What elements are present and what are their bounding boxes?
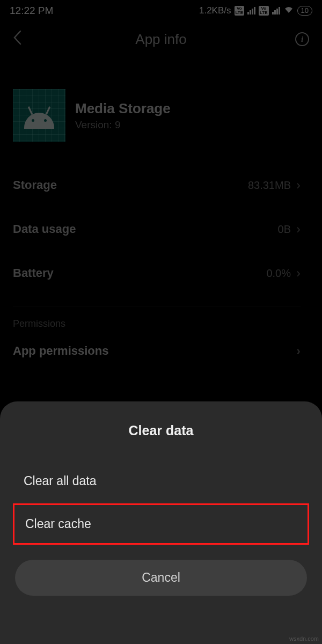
app-name: Media Storage <box>75 100 171 117</box>
chevron-right-icon: › <box>296 343 301 358</box>
status-bar: 12:22 PM 1.2KB/s VoLTE VoLTE 10 <box>0 0 322 21</box>
row-data-usage[interactable]: Data usage 0B › <box>13 207 301 251</box>
wifi-icon <box>283 5 294 17</box>
signal-icon-1 <box>247 7 255 14</box>
row-value: 0B <box>278 223 291 236</box>
page-header: App info i <box>0 21 322 57</box>
status-right: 1.2KB/s VoLTE VoLTE 10 <box>199 5 312 17</box>
app-version: Version: 9 <box>75 119 171 131</box>
dimmed-background: 12:22 PM 1.2KB/s VoLTE VoLTE 10 App info… <box>0 0 322 358</box>
info-icon[interactable]: i <box>295 32 309 46</box>
chevron-right-icon: › <box>296 222 301 237</box>
row-value: 83.31MB <box>248 179 291 192</box>
signal-icon-2 <box>272 7 280 14</box>
sheet-title: Clear data <box>15 423 307 438</box>
row-battery[interactable]: Battery 0.0% › <box>13 251 301 295</box>
app-icon <box>13 89 65 142</box>
row-label: Battery <box>13 266 54 280</box>
app-header: Media Storage Version: 9 <box>13 57 301 163</box>
divider <box>13 306 301 306</box>
volte-icon-2: VoLTE <box>259 6 269 16</box>
row-label: Storage <box>13 178 57 192</box>
clear-cache-option[interactable]: Clear cache <box>13 503 309 545</box>
status-time: 12:22 PM <box>10 5 53 17</box>
row-label: Data usage <box>13 222 76 236</box>
android-icon <box>24 113 54 129</box>
cancel-button[interactable]: Cancel <box>15 560 307 596</box>
row-app-permissions[interactable]: App permissions › <box>13 343 301 358</box>
chevron-right-icon: › <box>296 178 301 193</box>
section-permissions: Permissions <box>13 318 301 330</box>
back-button[interactable] <box>13 30 21 49</box>
app-meta: Media Storage Version: 9 <box>75 100 171 131</box>
chevron-right-icon: › <box>296 266 301 281</box>
net-speed: 1.2KB/s <box>199 5 231 16</box>
row-label: App permissions <box>13 344 108 358</box>
battery-icon: 10 <box>297 6 312 16</box>
content: Media Storage Version: 9 Storage 83.31MB… <box>0 57 322 358</box>
row-storage[interactable]: Storage 83.31MB › <box>13 163 301 207</box>
volte-icon-1: VoLTE <box>235 6 245 16</box>
row-value: 0.0% <box>266 267 291 280</box>
watermark: wsxdn.com <box>289 635 319 642</box>
page-title: App info <box>135 31 186 48</box>
clear-all-data-option[interactable]: Clear all data <box>13 462 309 500</box>
clear-data-sheet: Clear data Clear all data Clear cache Ca… <box>0 401 322 644</box>
